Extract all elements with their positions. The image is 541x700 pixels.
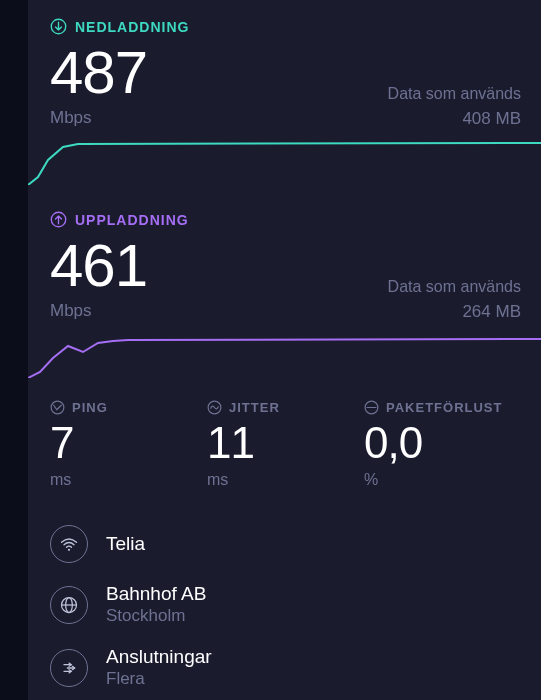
isp-location: Stockholm (106, 606, 206, 626)
upload-section: UPPLADDNING 461 Data som används Mbps 26… (28, 185, 541, 378)
connections-icon (50, 649, 88, 687)
upload-data-used-value: 264 MB (462, 302, 521, 322)
network-item[interactable]: Telia (50, 515, 521, 573)
wifi-icon (50, 525, 88, 563)
connections-label: Anslutningar (106, 646, 212, 668)
loss-metric: PAKETFÖRLUST 0,0 % (364, 400, 521, 489)
download-label: NEDLADDNING (75, 19, 189, 35)
loss-icon (364, 400, 379, 415)
upload-chart (28, 328, 541, 378)
download-data-used-value: 408 MB (462, 109, 521, 129)
download-unit: Mbps (50, 108, 92, 128)
isp-item[interactable]: Bahnhof AB Stockholm (50, 573, 521, 636)
download-chart (28, 135, 541, 185)
loss-value: 0,0 (364, 421, 521, 465)
ping-value: 7 (50, 421, 207, 465)
download-section: NEDLADDNING 487 Data som används Mbps 40… (28, 0, 541, 185)
ping-metric: PING 7 ms (50, 400, 207, 489)
connections-item[interactable]: Anslutningar Flera (50, 636, 521, 699)
ping-unit: ms (50, 471, 207, 489)
download-data-used-label: Data som används (388, 85, 521, 103)
network-name: Telia (106, 533, 145, 555)
loss-label: PAKETFÖRLUST (386, 400, 502, 415)
svg-point-6 (68, 549, 70, 551)
svg-point-2 (51, 401, 64, 414)
download-arrow-icon (50, 18, 67, 35)
info-list: Telia Bahnhof AB Stockholm (28, 489, 541, 699)
download-value: 487 (50, 43, 147, 103)
upload-value: 461 (50, 236, 147, 296)
download-data-used: Data som används (388, 85, 521, 103)
jitter-label: JITTER (229, 400, 280, 415)
ping-label: PING (72, 400, 108, 415)
upload-header: UPPLADDNING (50, 211, 521, 228)
isp-name: Bahnhof AB (106, 583, 206, 605)
ping-icon (50, 400, 65, 415)
connections-value: Flera (106, 669, 212, 689)
loss-unit: % (364, 471, 521, 489)
metrics-row: PING 7 ms JITTER 11 ms (28, 378, 541, 489)
main-content: NEDLADDNING 487 Data som används Mbps 40… (28, 0, 541, 699)
upload-data-used: Data som används (388, 278, 521, 296)
upload-arrow-icon (50, 211, 67, 228)
jitter-metric: JITTER 11 ms (207, 400, 364, 489)
globe-icon (50, 586, 88, 624)
download-header: NEDLADDNING (50, 18, 521, 35)
jitter-unit: ms (207, 471, 364, 489)
upload-label: UPPLADDNING (75, 212, 189, 228)
jitter-value: 11 (207, 421, 364, 465)
left-edge-panel (0, 0, 28, 700)
upload-data-used-label: Data som används (388, 278, 521, 296)
upload-unit: Mbps (50, 301, 92, 321)
jitter-icon (207, 400, 222, 415)
